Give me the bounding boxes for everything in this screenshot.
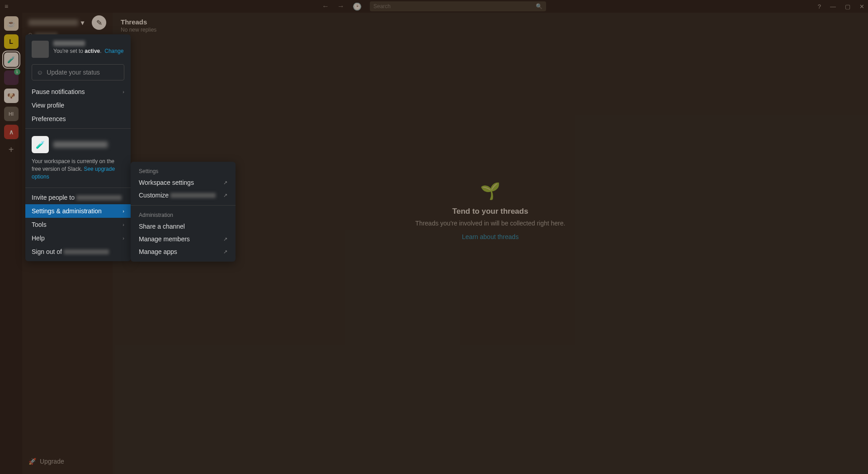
menu-help[interactable]: Help› <box>25 231 131 245</box>
avatar <box>32 41 49 58</box>
external-link-icon: ↗ <box>223 236 227 242</box>
submenu-customize[interactable]: Customize ↗ <box>131 189 236 202</box>
window-minimize-icon[interactable]: — <box>830 3 836 10</box>
menu-settings-administration[interactable]: Settings & administration› <box>25 204 131 218</box>
window-maximize-icon[interactable]: ▢ <box>845 3 850 10</box>
empty-title: Tend to your threads <box>415 207 566 216</box>
settings-admin-submenu: Settings Workspace settings↗ Customize ↗… <box>131 162 236 262</box>
add-workspace-icon[interactable]: + <box>9 145 14 155</box>
sidebar-upgrade[interactable]: 🚀Upgrade <box>28 458 64 465</box>
upgrade-note: Your workspace is currently on the free … <box>25 158 131 185</box>
external-link-icon: ↗ <box>223 180 227 186</box>
nav-back-icon[interactable]: ← <box>322 2 329 10</box>
history-icon[interactable]: 🕑 <box>353 2 362 11</box>
nav-forward-icon[interactable]: → <box>337 2 344 10</box>
workspace-menu: You're set to active. Change ☺Update you… <box>25 34 131 261</box>
workspace-item[interactable]: 🧪 <box>4 52 19 67</box>
workspace-item[interactable]: L <box>4 34 19 49</box>
workspace-item[interactable]: HI <box>4 107 19 121</box>
presence-status: You're set to active. Change <box>53 48 124 54</box>
chevron-right-icon: › <box>123 222 124 227</box>
search-box[interactable]: 🔍 <box>370 1 546 11</box>
search-icon: 🔍 <box>536 3 542 9</box>
user-name <box>53 41 85 46</box>
page-subtitle: No new replies <box>121 27 860 33</box>
submenu-workspace-settings[interactable]: Workspace settings↗ <box>131 176 236 189</box>
change-status-link[interactable]: Change <box>104 48 123 54</box>
submenu-admin-header: Administration <box>131 209 236 220</box>
rocket-icon: 🚀 <box>28 458 36 465</box>
empty-text: Threads you're involved in will be colle… <box>415 220 566 227</box>
submenu-share-channel[interactable]: Share a channel <box>131 220 236 233</box>
workspace-name <box>53 141 108 148</box>
compose-button[interactable]: ✎ <box>92 15 106 30</box>
help-icon[interactable]: ? <box>818 3 821 10</box>
learn-about-threads-link[interactable]: Learn about threads <box>462 233 519 240</box>
workspace-item[interactable]: ∧ <box>4 125 19 139</box>
submenu-manage-members[interactable]: Manage members↗ <box>131 233 236 245</box>
workspace-item[interactable]: 1 <box>4 70 19 85</box>
workspace-badge: 1 <box>14 69 20 75</box>
titlebar: ≡ ← → 🕑 🔍 ? — ▢ ✕ <box>0 0 868 13</box>
workspace-rail: ☕ L 🧪 1 🐶 HI ∧ + <box>0 13 22 474</box>
chevron-right-icon: › <box>123 208 124 214</box>
search-input[interactable] <box>373 3 533 9</box>
empty-state: 🌱 Tend to your threads Threads you're in… <box>415 182 566 241</box>
update-status-input[interactable]: ☺Update your status <box>32 64 124 80</box>
menu-preferences[interactable]: Preferences <box>25 112 131 126</box>
menu-view-profile[interactable]: View profile <box>25 99 131 112</box>
menu-sign-out[interactable]: Sign out of <box>25 245 131 258</box>
chevron-down-icon: ▾ <box>81 19 84 26</box>
menu-tools[interactable]: Tools› <box>25 218 131 231</box>
hamburger-icon[interactable]: ≡ <box>0 3 13 10</box>
chevron-right-icon: › <box>123 89 124 94</box>
smiley-icon: ☺ <box>37 69 43 76</box>
external-link-icon: ↗ <box>223 249 227 255</box>
chevron-right-icon: › <box>123 235 124 241</box>
submenu-manage-apps[interactable]: Manage apps↗ <box>131 245 236 258</box>
seedling-icon: 🌱 <box>415 182 566 201</box>
submenu-settings-header: Settings <box>131 165 236 176</box>
workspace-item[interactable]: ☕ <box>4 16 19 31</box>
workspace-item[interactable]: 🐶 <box>4 89 19 103</box>
window-close-icon[interactable]: ✕ <box>859 3 864 10</box>
external-link-icon: ↗ <box>223 192 227 198</box>
page-title: Threads <box>121 18 860 26</box>
workspace-switcher[interactable]: ▾ <box>28 19 84 26</box>
workspace-icon: 🧪 <box>32 136 49 153</box>
menu-pause-notifications[interactable]: Pause notifications› <box>25 85 131 99</box>
menu-invite-people[interactable]: Invite people to <box>25 191 131 204</box>
